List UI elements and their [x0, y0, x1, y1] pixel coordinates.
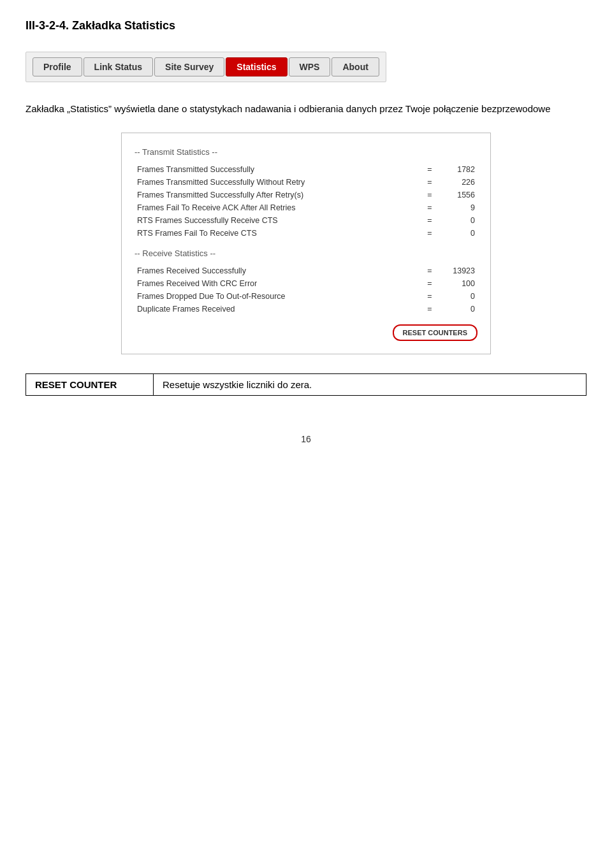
stat-label: Frames Transmitted Successfully: [135, 163, 420, 176]
footer-definition-table: RESET COUNTER Resetuje wszystkie licznik…: [26, 373, 586, 396]
receive-stat-row: Duplicate Frames Received = 0: [135, 303, 477, 315]
stat-eq: =: [420, 303, 439, 315]
receive-stat-row: Frames Received With CRC Error = 100: [135, 277, 477, 290]
transmit-stat-row: Frames Transmitted Successfully Without …: [135, 176, 477, 189]
stat-eq: =: [420, 189, 439, 201]
stat-label: Frames Received With CRC Error: [135, 277, 420, 290]
stat-value: 0: [439, 290, 477, 303]
stat-eq: =: [420, 163, 439, 176]
transmit-section-title: -- Transmit Statistics --: [135, 147, 477, 157]
stat-label: Duplicate Frames Received: [135, 303, 420, 315]
stat-eq: =: [420, 176, 439, 189]
stat-label: Frames Transmitted Successfully Without …: [135, 176, 420, 189]
reset-counters-button[interactable]: RESET COUNTERS: [393, 324, 477, 341]
footer-row: RESET COUNTER Resetuje wszystkie licznik…: [26, 374, 586, 396]
stat-value: 0: [439, 227, 477, 240]
tab-link-status[interactable]: Link Status: [84, 57, 153, 76]
stat-label: RTS Frames Fail To Receive CTS: [135, 227, 420, 240]
stat-value: 1782: [439, 163, 477, 176]
receive-stat-row: Frames Received Successfully = 13923: [135, 264, 477, 277]
receive-stat-row: Frames Dropped Due To Out-of-Resource = …: [135, 290, 477, 303]
transmit-stat-row: RTS Frames Fail To Receive CTS = 0: [135, 227, 477, 240]
stat-eq: =: [420, 201, 439, 214]
stat-eq: =: [420, 277, 439, 290]
transmit-stat-row: Frames Fail To Receive ACK After All Ret…: [135, 201, 477, 214]
stat-label: Frames Transmitted Successfully After Re…: [135, 189, 420, 201]
tab-site-survey[interactable]: Site Survey: [154, 57, 224, 76]
stat-value: 226: [439, 176, 477, 189]
stat-label: Frames Fail To Receive ACK After All Ret…: [135, 201, 420, 214]
transmit-stat-row: Frames Transmitted Successfully = 1782: [135, 163, 477, 176]
stat-label: Frames Received Successfully: [135, 264, 420, 277]
stat-label: Frames Dropped Due To Out-of-Resource: [135, 290, 420, 303]
page-heading: III-3-2-4. Zakładka Statistics: [26, 19, 586, 33]
footer-definition: Resetuje wszystkie liczniki do zera.: [154, 374, 586, 396]
transmit-stat-row: Frames Transmitted Successfully After Re…: [135, 189, 477, 201]
page-number: 16: [26, 434, 586, 444]
stat-value: 0: [439, 214, 477, 227]
stat-value: 9: [439, 201, 477, 214]
stats-panel: -- Transmit Statistics -- Frames Transmi…: [121, 133, 491, 354]
tab-statistics[interactable]: Statistics: [226, 57, 287, 76]
tab-about[interactable]: About: [332, 57, 379, 76]
tab-wps[interactable]: WPS: [289, 57, 331, 76]
stat-value: 13923: [439, 264, 477, 277]
description-text: Zakładka „Statistics” wyświetla dane o s…: [26, 101, 586, 117]
receive-stats-table: Frames Received Successfully = 13923 Fra…: [135, 264, 477, 315]
transmit-stat-row: RTS Frames Successfully Receive CTS = 0: [135, 214, 477, 227]
transmit-stats-table: Frames Transmitted Successfully = 1782 F…: [135, 163, 477, 240]
stat-eq: =: [420, 264, 439, 277]
footer-term: RESET COUNTER: [26, 374, 154, 396]
stat-value: 1556: [439, 189, 477, 201]
stat-value: 100: [439, 277, 477, 290]
stat-eq: =: [420, 214, 439, 227]
stat-label: RTS Frames Successfully Receive CTS: [135, 214, 420, 227]
stat-value: 0: [439, 303, 477, 315]
stat-eq: =: [420, 290, 439, 303]
stat-eq: =: [420, 227, 439, 240]
tab-profile[interactable]: Profile: [33, 57, 82, 76]
tab-bar: Profile Link Status Site Survey Statisti…: [26, 52, 386, 82]
receive-section-title: -- Receive Statistics --: [135, 249, 477, 258]
